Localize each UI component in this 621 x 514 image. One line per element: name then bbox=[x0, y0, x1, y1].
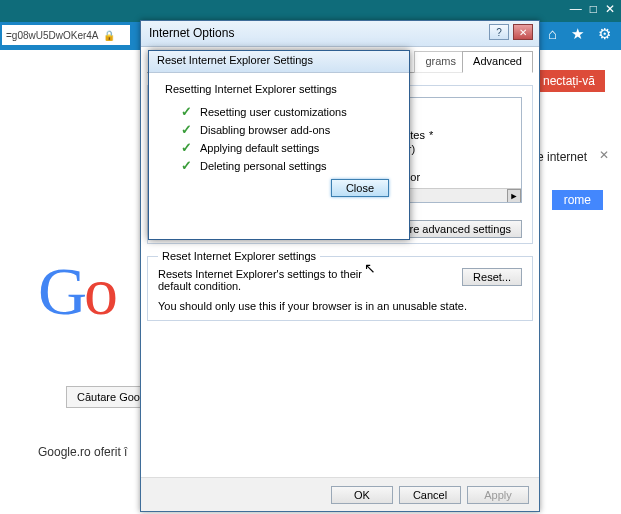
home-icon[interactable]: ⌂ bbox=[548, 25, 557, 43]
favorites-icon[interactable]: ★ bbox=[571, 25, 584, 43]
url-text: =g08wU5DwOKer4A bbox=[6, 30, 99, 41]
reset-button[interactable]: Reset... bbox=[462, 268, 522, 286]
gear-icon[interactable]: ⚙ bbox=[598, 25, 611, 43]
reset-step: ✓Deleting personal settings bbox=[181, 159, 393, 172]
help-button[interactable]: ? bbox=[489, 24, 509, 40]
google-offered-text: Google.ro oferit î bbox=[38, 445, 127, 459]
apply-button[interactable]: Apply bbox=[467, 486, 529, 504]
outer-maximize-button[interactable]: □ bbox=[590, 2, 597, 16]
tab-programs[interactable]: grams bbox=[414, 51, 467, 73]
outer-close-button[interactable]: ✕ bbox=[605, 2, 615, 16]
reset-dialog-title: Reset Internet Explorer Settings bbox=[157, 54, 313, 66]
reset-text: Resets Internet Explorer's settings to t… bbox=[158, 268, 388, 292]
close-button[interactable]: Close bbox=[331, 179, 389, 197]
outer-minimize-button[interactable]: ― bbox=[570, 2, 582, 16]
dialog-button-row: OK Cancel Apply bbox=[141, 477, 539, 511]
reset-warning: You should only use this if your browser… bbox=[158, 300, 522, 312]
tab-advanced[interactable]: Advanced bbox=[462, 51, 533, 73]
ok-button[interactable]: OK bbox=[331, 486, 393, 504]
check-icon: ✓ bbox=[181, 141, 192, 154]
google-logo: Go bbox=[38, 252, 115, 331]
lock-icon: 🔒 bbox=[103, 30, 115, 41]
reset-step: ✓Applying default settings bbox=[181, 141, 393, 154]
reset-step: ✓Disabling browser add-ons bbox=[181, 123, 393, 136]
scroll-right-button[interactable]: ► bbox=[507, 189, 521, 203]
reset-dialog-titlebar[interactable]: Reset Internet Explorer Settings bbox=[149, 51, 409, 73]
close-button[interactable]: ✕ bbox=[513, 24, 533, 40]
promo-button[interactable]: rome bbox=[552, 190, 603, 210]
google-search-button[interactable]: Căutare Goo bbox=[66, 386, 151, 408]
reset-progress-dialog: Reset Internet Explorer Settings Resetti… bbox=[148, 50, 410, 240]
check-icon: ✓ bbox=[181, 123, 192, 136]
internet-options-titlebar[interactable]: Internet Options ? ✕ bbox=[141, 21, 539, 47]
window-title: Internet Options bbox=[149, 26, 234, 40]
signin-button[interactable]: nectați-vă bbox=[533, 70, 605, 92]
reset-legend: Reset Internet Explorer settings bbox=[158, 250, 320, 262]
close-icon[interactable]: ✕ bbox=[599, 148, 609, 162]
reset-dialog-heading: Resetting Internet Explorer settings bbox=[165, 83, 393, 95]
address-bar[interactable]: =g08wU5DwOKer4A 🔒 bbox=[2, 25, 130, 45]
reset-step: ✓Resetting user customizations bbox=[181, 105, 393, 118]
outer-app-titlebar: ― □ ✕ bbox=[0, 0, 621, 22]
check-icon: ✓ bbox=[181, 159, 192, 172]
check-icon: ✓ bbox=[181, 105, 192, 118]
reset-fieldset: Reset Internet Explorer settings Resets … bbox=[147, 250, 533, 321]
cancel-button[interactable]: Cancel bbox=[399, 486, 461, 504]
